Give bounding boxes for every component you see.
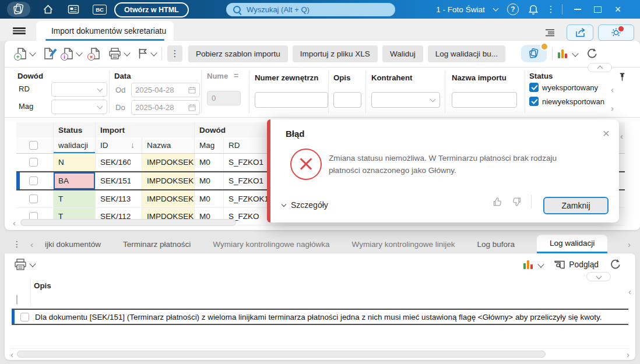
cell-status[interactable]: BA [54,172,96,189]
validate-button[interactable]: Waliduj [382,45,423,62]
details-expander[interactable]: Szczegóły [282,200,328,210]
chevron-down-icon[interactable] [150,50,157,56]
maximize-button[interactable] [590,0,605,19]
menu-button[interactable] [13,27,26,34]
bc-button[interactable]: BC [91,0,108,19]
cell-id[interactable]: SEK/160 [96,154,131,171]
opis-input[interactable] [333,92,361,108]
more-actions-button[interactable]: ⋮ [167,45,182,62]
dialog-close-icon[interactable]: × [603,126,610,140]
validation-log-button[interactable]: Log walidacji bu... [428,45,505,62]
numer-input[interactable]: 0 [207,91,241,105]
pin-filters-button[interactable] [618,72,627,82]
related-objects-button[interactable] [521,45,547,62]
print-button[interactable] [108,48,121,59]
row-checkbox[interactable] [29,158,38,167]
select-all-checkbox[interactable] [29,141,38,150]
tabs-scroll-right[interactable]: › [628,240,631,249]
scrollbar-thumb[interactable] [20,219,236,226]
notifications-button[interactable] [526,0,541,19]
cell-nazwa[interactable]: IMPDOKSEK [142,172,195,189]
delete-document-button[interactable]: × [90,48,100,59]
global-search-input[interactable]: Wyszukaj (Alt + Q) [226,3,395,16]
numer-zewnetrzny-input[interactable] [255,92,328,108]
thumbs-up-icon[interactable] [493,197,503,207]
chevron-down-icon[interactable] [538,261,544,267]
tab-terminarz-platnosci[interactable]: Terminarz płatności [123,240,191,249]
select-all-checkbox[interactable] [16,295,17,304]
sort-desc-icon[interactable]: ↓ [131,137,142,153]
company-dropdown-chevron[interactable] [491,0,500,19]
overflow-menu-button[interactable]: ⋮ [544,0,557,19]
log-row-selected[interactable]: Dla dokumentu [SEK/151] (Terminarz płatn… [12,309,628,325]
status-option-niewyeksportowany[interactable]: niewyeksportowan [529,97,607,106]
cell-status[interactable]: T [54,190,96,207]
document-info-button[interactable]: i [63,48,73,59]
row-checkbox[interactable] [29,195,38,203]
col-opis[interactable]: Opis [34,281,51,290]
filters-scroll-right[interactable]: › [611,104,614,112]
cell-mag[interactable]: M0 [195,190,224,207]
cell-status[interactable]: N [54,154,96,171]
rd-select[interactable] [51,82,107,97]
preview-button[interactable]: Podgląd [554,260,599,270]
close-dialog-button[interactable]: Zamknij [543,197,609,214]
row-checkbox[interactable] [20,313,29,321]
kebab-icon[interactable]: ⋮ [13,239,21,249]
cell-nazwa[interactable]: IMPDOKSEK [142,190,195,207]
assistant-button[interactable] [598,24,634,41]
date-to-input[interactable]: 2025-04-28 [131,100,200,115]
tab-log-bufora[interactable]: Log bufora [477,240,515,249]
home-button[interactable] [40,0,56,19]
refresh-button[interactable] [609,259,621,271]
scroll-left-arrow[interactable]: ‹ [13,218,16,227]
help-button[interactable]: ? [505,0,521,19]
row-checkbox[interactable] [29,176,38,185]
close-window-button[interactable]: × [610,0,626,19]
minimize-button[interactable] [570,0,585,19]
edit-document-button[interactable] [43,48,54,59]
col-id[interactable]: ID [96,137,131,153]
collapse-filters-button[interactable] [588,63,612,72]
chevron-down-icon[interactable] [76,50,82,56]
status-option-wyeksportowany[interactable]: wyeksportowany [529,83,598,92]
tab-linijki-dokumentow[interactable]: ijki dokumentów [45,240,101,249]
col-walidacji[interactable]: walidacji [54,137,96,153]
tab-wymiary-linijek[interactable]: Wymiary kontrolingowe linijek [352,240,455,249]
chevron-down-icon[interactable] [124,50,130,56]
analytics-icon[interactable] [523,260,534,269]
company-selector[interactable]: 1 - Foto Świat [432,0,488,19]
collapse-panel-button[interactable] [586,272,611,281]
panel-collapse-arrow[interactable]: ‹ [628,287,631,296]
analytics-icon[interactable] [558,49,568,58]
news-button[interactable] [65,0,82,19]
horizontal-scrollbar[interactable]: ‹ › [10,348,630,358]
cell-id[interactable]: SEK/113 [96,190,131,207]
chevron-down-icon[interactable] [572,50,578,56]
filters-scroll-left[interactable]: ‹ [611,85,614,94]
chevron-down-icon[interactable] [29,50,36,56]
nazwa-importu-input[interactable] [452,92,517,108]
new-document-button[interactable]: + [16,48,27,59]
col-mag[interactable]: Mag [195,137,224,153]
open-in-html-button[interactable]: Otwórz w HTML [114,2,189,17]
cell-rd[interactable]: S_FZKO1 [224,172,272,189]
mag-select[interactable] [51,100,107,114]
thumbs-down-icon[interactable] [511,197,522,207]
download-template-button[interactable]: Pobierz szablon importu [188,45,288,62]
tab-import-dokumentow[interactable]: Import dokumentów sekretariatu [36,21,174,41]
group-status[interactable]: Status [54,122,96,137]
cell-rd[interactable]: S_FZKO1 [224,154,272,171]
grid-panel-collapse-arrow[interactable]: ‹ [620,132,623,140]
checkbox-checked-icon[interactable] [529,83,539,92]
app-logo-button[interactable] [7,2,30,17]
date-from-input[interactable]: 2025-04-28 [131,83,200,97]
cell-mag[interactable]: M0 [195,172,224,189]
cell-rd[interactable]: S_FZKOK1 [224,190,272,207]
cell-id[interactable]: SEK/151 [96,172,131,189]
tab-log-walidacji[interactable]: Log walidacji [537,235,607,253]
chevron-down-icon[interactable] [29,260,36,267]
kontrahent-select[interactable] [371,92,440,108]
scroll-left-arrow[interactable]: ‹ [10,350,13,359]
scrollbar-thumb[interactable] [17,351,546,358]
